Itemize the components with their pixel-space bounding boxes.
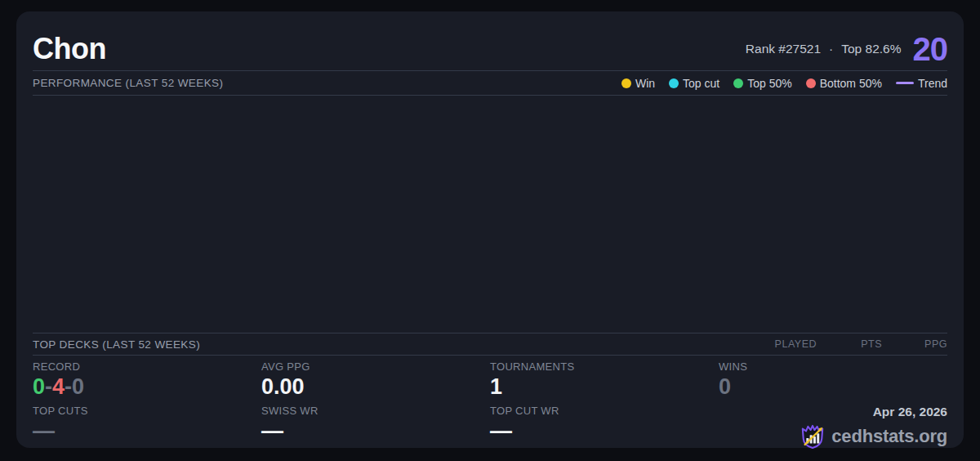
legend-label: Trend <box>918 77 947 90</box>
bottom-50-dot-icon <box>806 78 816 88</box>
stat-swiss-wr: SWISS WR — <box>261 400 490 450</box>
legend-item-bottom-50: Bottom 50% <box>806 77 882 90</box>
stat-top-cut-wr: TOP CUT WR — <box>490 400 719 450</box>
performance-chart-area <box>33 96 947 333</box>
top-cuts-value: — <box>33 418 261 444</box>
top-decks-section-title: TOP DECKS (LAST 52 WEEKS) <box>33 338 200 351</box>
trend-line-icon <box>896 82 914 84</box>
top-cut-dot-icon <box>669 78 679 88</box>
stat-avg-ppg: AVG PPG 0.00 <box>261 356 490 400</box>
score-value: 20 <box>913 33 948 65</box>
stat-tournaments: TOURNAMENTS 1 <box>490 356 719 400</box>
win-dot-icon <box>621 78 631 88</box>
stat-label: TOP CUT WR <box>490 405 719 417</box>
legend-label: Win <box>635 77 655 90</box>
player-name: Chon <box>33 34 106 64</box>
stat-label: SWISS WR <box>261 405 490 417</box>
record-separator: - <box>65 374 72 399</box>
legend-item-top-50: Top 50% <box>733 77 791 90</box>
cedhstats-logo-icon <box>800 423 825 450</box>
legend-item-top-cut: Top cut <box>669 77 719 90</box>
card-header: Chon Rank #27521 · Top 82.6% 20 <box>33 28 947 70</box>
swiss-wr-value: — <box>261 418 490 444</box>
column-header-played: PLAYED <box>751 338 817 350</box>
column-header-pts: PTS <box>817 338 882 350</box>
rank-text: Rank #27521 <box>746 42 821 56</box>
brand-text: cedhstats.org <box>831 426 947 447</box>
record-wins: 0 <box>33 374 45 399</box>
stats-row-2: TOP CUTS — SWISS WR — TOP CUT WR — Apr 2… <box>33 400 947 450</box>
top-cut-wr-value: — <box>490 418 719 444</box>
top-50-dot-icon <box>733 78 743 88</box>
player-stats-card: Chon Rank #27521 · Top 82.6% 20 PERFORMA… <box>16 11 964 448</box>
performance-section-title: PERFORMANCE (LAST 52 WEEKS) <box>33 77 223 89</box>
stat-record: RECORD 0-4-0 <box>33 356 261 400</box>
stat-label: WINS <box>719 360 947 373</box>
record-separator: - <box>45 374 52 399</box>
stats-row-1: RECORD 0-4-0 AVG PPG 0.00 TOURNAMENTS 1 … <box>33 356 947 400</box>
top-decks-column-headers: PLAYED PTS PPG <box>751 338 947 350</box>
stat-wins: WINS 0 <box>719 356 947 400</box>
rank-separator-dot: · <box>829 42 833 56</box>
stat-label: RECORD <box>33 360 261 373</box>
stat-label: TOURNAMENTS <box>490 360 719 373</box>
header-right: Rank #27521 · Top 82.6% 20 <box>746 33 947 65</box>
top-percent-text: Top 82.6% <box>841 42 901 56</box>
brand: cedhstats.org <box>800 423 947 450</box>
stat-label: TOP CUTS <box>33 405 261 417</box>
legend-label: Top 50% <box>747 77 791 90</box>
wins-value: 0 <box>719 374 947 400</box>
card-footer: Apr 26, 2026 cedhstats.org <box>719 400 947 450</box>
legend-label: Bottom 50% <box>820 77 882 90</box>
tournaments-value: 1 <box>490 374 719 400</box>
avg-ppg-value: 0.00 <box>261 374 490 400</box>
performance-section-header: PERFORMANCE (LAST 52 WEEKS) Win Top cut … <box>33 71 947 95</box>
column-header-ppg: PPG <box>882 338 947 350</box>
record-draws: 0 <box>72 374 84 399</box>
stat-top-cuts: TOP CUTS — <box>33 400 261 450</box>
chart-legend: Win Top cut Top 50% Bottom 50% Trend <box>621 77 947 90</box>
stat-label: AVG PPG <box>261 360 490 373</box>
rank-line: Rank #27521 · Top 82.6% <box>746 42 902 56</box>
legend-item-win: Win <box>621 77 655 90</box>
record-value: 0-4-0 <box>33 374 261 400</box>
legend-item-trend: Trend <box>896 77 947 90</box>
top-decks-section-header: TOP DECKS (LAST 52 WEEKS) PLAYED PTS PPG <box>33 333 947 355</box>
date-text: Apr 26, 2026 <box>873 405 947 418</box>
record-losses: 4 <box>52 374 65 399</box>
legend-label: Top cut <box>683 77 719 90</box>
